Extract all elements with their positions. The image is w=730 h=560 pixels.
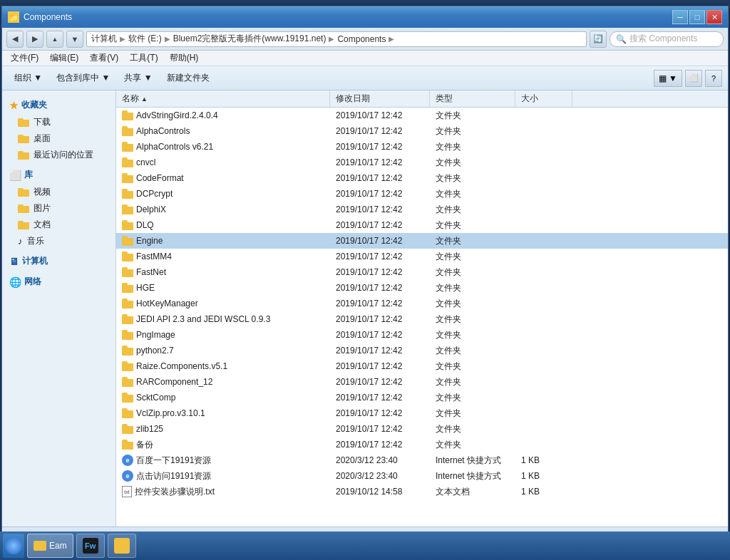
sidebar-item-document[interactable]: 文档 <box>2 217 115 233</box>
file-name-cell: txt 控件安装步骤说明.txt <box>116 484 330 499</box>
file-name: 点击访问19191资源 <box>136 470 211 482</box>
folder-icon <box>18 204 29 213</box>
organize-button[interactable]: 组织 ▼ <box>8 68 48 88</box>
main-area: ★ 收藏夹 下载 桌面 最近访问的位置 ⬜ <box>2 90 728 527</box>
windows-icon <box>5 537 22 554</box>
view-toggle-button[interactable]: ▦ ▼ <box>654 70 682 87</box>
menu-file[interactable]: 文件(F) <box>5 51 44 66</box>
table-row[interactable]: FastMM4 2019/10/17 12:42 文件夹 <box>116 249 728 264</box>
taskbar-item-fw[interactable]: Fw <box>76 534 105 558</box>
col-header-type[interactable]: 类型 <box>430 90 515 107</box>
table-row[interactable]: cnvcl 2019/10/17 12:42 文件夹 <box>116 155 728 170</box>
table-row[interactable]: AdvStringGird.2.4.0.4 2019/10/17 12:42 文… <box>116 108 728 123</box>
forward-button[interactable]: ▶ <box>26 31 43 48</box>
table-row[interactable]: Raize.Components.v5.1 2019/10/17 12:42 文… <box>116 358 728 374</box>
music-label: 音乐 <box>27 235 44 247</box>
menu-help[interactable]: 帮助(H) <box>164 51 205 66</box>
table-row[interactable]: 备份 2019/10/17 12:42 文件夹 <box>116 437 728 452</box>
file-name: FastMM4 <box>136 252 172 261</box>
table-row[interactable]: JEDI API 2.3 and JEDI WSCL 0.9.3 2019/10… <box>116 311 728 327</box>
taskbar-item-extra[interactable] <box>108 534 136 558</box>
table-row[interactable]: DCPcrypt 2019/10/17 12:42 文件夹 <box>116 186 728 202</box>
path-arrow-4: ▶ <box>389 35 394 43</box>
table-row[interactable]: txt 控件安装步骤说明.txt 2019/10/12 14:58 文本文档 1… <box>116 484 728 499</box>
col-header-name[interactable]: 名称 ▲ <box>116 90 330 107</box>
search-box[interactable]: 🔍 搜索 Components <box>610 31 724 47</box>
taskbar: Eam Fw <box>0 532 730 560</box>
table-row[interactable]: PngImage 2019/10/17 12:42 文件夹 <box>116 327 728 343</box>
address-path[interactable]: 计算机 ▶ 软件 (E:) ▶ Bluem2完整版无毒插件(www.19191.… <box>86 31 587 47</box>
up-button[interactable]: ▲ <box>46 31 63 48</box>
file-name-cell: ScktComp <box>116 391 330 404</box>
back-button[interactable]: ◀ <box>6 31 24 48</box>
file-size-cell: 1 KB <box>515 470 572 482</box>
sidebar-item-recent[interactable]: 最近访问的位置 <box>2 147 115 163</box>
sidebar-library-header[interactable]: ⬜ 库 <box>2 166 115 184</box>
table-row[interactable]: DLQ 2019/10/17 12:42 文件夹 <box>116 217 728 233</box>
file-size-cell <box>515 333 572 336</box>
search-placeholder: 搜索 Components <box>629 33 697 45</box>
sidebar-library-section: ⬜ 库 视频 图片 文档 ♪ 音乐 <box>2 166 115 249</box>
sidebar-item-desktop[interactable]: 桌面 <box>2 130 115 147</box>
title-bar-text: Components <box>24 12 672 22</box>
table-row[interactable]: RARComponent_12 2019/10/17 12:42 文件夹 <box>116 374 728 390</box>
file-name: FastNet <box>136 267 166 277</box>
minimize-button[interactable]: ─ <box>672 10 688 24</box>
explorer-window: 📁 Components ─ □ ✕ ◀ ▶ ▲ ▼ 计算机 ▶ 软件 (E:)… <box>1 6 729 547</box>
file-type-cell: 文件夹 <box>430 218 515 233</box>
menu-view[interactable]: 查看(V) <box>84 51 124 66</box>
table-row[interactable]: Engine 2019/10/17 12:42 文件夹 <box>116 233 728 249</box>
folder-icon <box>122 330 133 340</box>
file-size-cell <box>515 318 572 321</box>
table-row[interactable]: python2.7 2019/10/17 12:42 文件夹 <box>116 343 728 358</box>
close-button[interactable]: ✕ <box>706 10 722 24</box>
menu-tools[interactable]: 工具(T) <box>124 51 163 66</box>
table-row[interactable]: VclZip.pro.v3.10.1 2019/10/17 12:42 文件夹 <box>116 405 728 421</box>
file-date-cell: 2019/10/17 12:42 <box>330 203 430 216</box>
sidebar-item-video[interactable]: 视频 <box>2 184 115 200</box>
table-row[interactable]: DelphiX 2019/10/17 12:42 文件夹 <box>116 202 728 217</box>
file-size-cell <box>515 161 572 164</box>
col-header-date[interactable]: 修改日期 <box>330 90 430 107</box>
table-row[interactable]: zlib125 2019/10/17 12:42 文件夹 <box>116 421 728 437</box>
table-row[interactable]: ScktComp 2019/10/17 12:42 文件夹 <box>116 390 728 405</box>
table-row[interactable]: FastNet 2019/10/17 12:42 文件夹 <box>116 264 728 280</box>
sidebar-item-downloads[interactable]: 下载 <box>2 114 115 130</box>
file-size-cell <box>515 380 572 383</box>
file-name: CodeFormat <box>136 173 184 183</box>
pane-button[interactable]: ⬜ <box>685 70 702 87</box>
col-header-size[interactable]: 大小 <box>515 90 572 107</box>
file-date-cell: 2019/10/17 12:42 <box>330 266 430 279</box>
table-row[interactable]: AlphaControls 2019/10/17 12:42 文件夹 <box>116 123 728 139</box>
recent-locations-button[interactable]: ▼ <box>66 31 83 48</box>
sidebar-item-image[interactable]: 图片 <box>2 200 115 217</box>
table-row[interactable]: CodeFormat 2019/10/17 12:42 文件夹 <box>116 170 728 186</box>
file-date-cell: 2020/3/12 23:40 <box>330 454 430 467</box>
file-name-cell: PngImage <box>116 328 330 341</box>
sidebar-favorites-header[interactable]: ★ 收藏夹 <box>2 96 115 114</box>
file-date-cell: 2019/10/17 12:42 <box>330 172 430 185</box>
new-folder-button[interactable]: 新建文件夹 <box>160 68 216 88</box>
video-label: 视频 <box>34 186 51 198</box>
table-row[interactable]: HGE 2019/10/17 12:42 文件夹 <box>116 280 728 296</box>
table-row[interactable]: e 点击访问19191资源 2020/3/12 23:40 Internet 快… <box>116 468 728 484</box>
library-button[interactable]: 包含到库中 ▼ <box>50 68 116 88</box>
share-button[interactable]: 共享 ▼ <box>118 68 158 88</box>
menu-edit[interactable]: 编辑(E) <box>44 51 84 66</box>
file-name-cell: python2.7 <box>116 344 330 357</box>
help-button[interactable]: ? <box>705 70 722 87</box>
table-row[interactable]: HotKeyManager 2019/10/17 12:42 文件夹 <box>116 296 728 311</box>
table-row[interactable]: e 百度一下19191资源 2020/3/12 23:40 Internet 快… <box>116 452 728 468</box>
sidebar-network-header[interactable]: 🌐 网络 <box>2 273 115 291</box>
refresh-button[interactable]: 🔄 <box>590 31 607 48</box>
file-type-cell: 文件夹 <box>430 437 515 452</box>
taskbar-item-explorer[interactable]: Eam <box>27 534 73 558</box>
table-row[interactable]: AlphaControls v6.21 2019/10/17 12:42 文件夹 <box>116 139 728 155</box>
start-button[interactable] <box>3 534 24 558</box>
sidebar-computer-header[interactable]: 🖥 计算机 <box>2 252 115 270</box>
sidebar-item-music[interactable]: ♪ 音乐 <box>2 233 115 249</box>
file-name: Engine <box>136 236 163 246</box>
file-name: 百度一下19191资源 <box>136 455 211 467</box>
restore-button[interactable]: □ <box>689 10 705 24</box>
file-name-cell: Raize.Components.v5.1 <box>116 360 330 373</box>
